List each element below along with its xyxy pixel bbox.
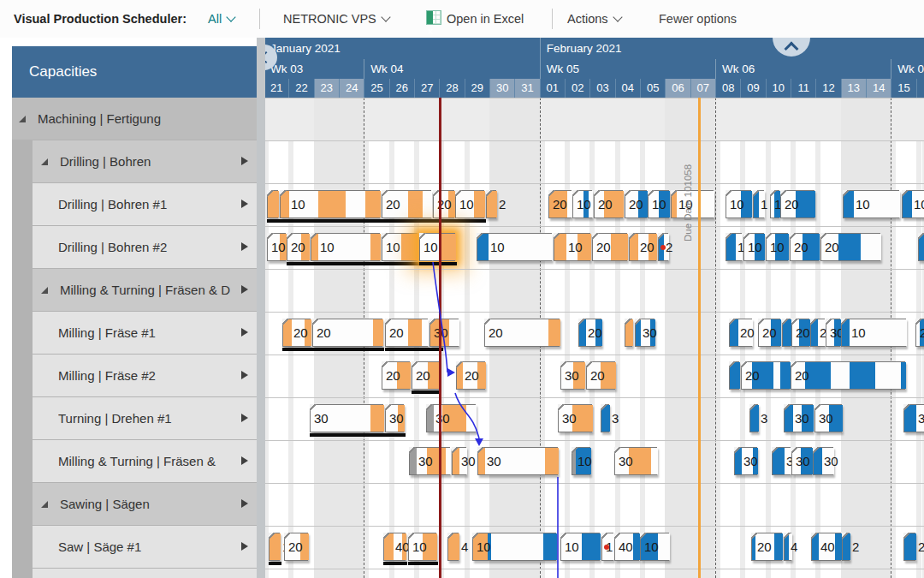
vertical-scrollbar[interactable] [257,38,265,578]
operation-bar[interactable]: 30 [734,447,757,475]
capacity-row[interactable]: Drilling | Bohren #1 [33,183,257,225]
operation-bar[interactable]: 20 [433,190,454,218]
capacity-group-row[interactable]: Sawing | Sägen [33,483,257,525]
open-row-arrow-icon[interactable] [241,242,248,251]
operation-bar[interactable]: 30 [477,447,558,475]
operation-bar[interactable]: 2 [842,533,850,561]
open-row-arrow-icon[interactable] [241,499,248,508]
operation-bar[interactable]: 10 [280,190,380,218]
operation-bar[interactable]: 1 [269,533,280,561]
capacity-row[interactable]: Milling | Fräse #2 [33,355,257,396]
resource-row[interactable]: 10201010101010202021101020201 [265,226,924,269]
operation-bar[interactable]: 20 [729,319,752,347]
operation-bar[interactable]: 30 [635,319,654,347]
operation-bar[interactable]: 30 [385,404,404,432]
operation-bar[interactable]: 20 [412,361,439,390]
operation-bar[interactable]: 10 [572,447,590,475]
operation-bar[interactable]: 20 [751,533,782,561]
operation-bar[interactable]: 10 [572,190,592,218]
resource-row[interactable]: 3030303033303030 [265,397,924,440]
operation-bar[interactable]: 4 [784,533,791,561]
operation-bar[interactable]: 30 [429,319,459,347]
operation-bar[interactable]: 30 [409,447,450,475]
tree-expanded-icon[interactable] [41,287,48,294]
operation-bar[interactable]: 10 [766,233,788,261]
operation-bar[interactable]: 20 [382,361,410,390]
operation-bar[interactable]: 30 [814,404,842,432]
operation-bar[interactable]: 20 [758,319,780,347]
operation-bar[interactable]: 10 [419,233,455,261]
resource-row[interactable] [265,483,924,526]
operation-bar[interactable]: 30 [310,404,383,432]
operation-bar[interactable]: 20 [780,190,814,218]
operation-bar[interactable]: 20 [790,233,819,261]
operation-bar[interactable]: 20 [586,361,615,390]
capacity-row[interactable]: Milling & Turning | Fräsen & [33,440,257,482]
operation-bar[interactable]: 10 [843,190,899,218]
operation-bar[interactable]: 30 [813,447,833,475]
resource-row[interactable]: 11020201022010202010101011201010 [265,183,924,226]
operation-bar[interactable]: 20 [625,190,647,218]
capacity-group-row[interactable]: Machining | Fertigung [12,98,257,140]
open-row-arrow-icon[interactable] [241,414,248,422]
operation-bar[interactable]: 1 [918,233,924,261]
operation-bar[interactable]: 20 [791,319,809,347]
operation-bar[interactable]: 2 [486,190,496,218]
operation-bar[interactable]: 3 [601,404,609,432]
capacity-row[interactable]: Turning | Drehen #1 [33,397,257,439]
operation-bar[interactable]: 40 [614,533,639,561]
workcenter-group-row[interactable] [265,98,924,140]
operation-bar[interactable]: 10 [472,533,556,561]
operation-bar[interactable]: 20 [791,361,905,390]
resource-row[interactable] [265,140,924,183]
operation-bar[interactable]: 2 [729,361,739,390]
operation-bar[interactable]: 20 [592,233,627,261]
operation-bar[interactable]: 2 [782,319,791,347]
operation-bar[interactable]: 30 [791,447,812,475]
capacity-row[interactable]: Drilling | Bohren #2 [33,226,257,268]
open-row-arrow-icon[interactable] [241,328,248,337]
operation-bar[interactable]: 2 [903,533,915,561]
operation-bar[interactable]: 10 [560,533,600,561]
operation-bar[interactable]: 20 [548,190,572,218]
operation-bar[interactable]: 10 [382,233,418,261]
operation-bar[interactable]: 10 [640,533,669,561]
operation-bar[interactable]: 30 [826,319,840,347]
operation-bar[interactable]: 30 [903,404,924,432]
operation-bar[interactable]: 1 [726,233,742,261]
resource-row[interactable] [265,569,924,578]
operation-bar[interactable]: 20 [820,233,880,261]
operation-bar[interactable]: 20 [594,190,623,218]
operation-bar[interactable]: 10 [267,233,286,261]
operation-bar[interactable]: 10 [554,233,590,261]
operation-bar[interactable]: 20 [629,233,656,261]
operation-bar[interactable]: 20 [287,233,309,261]
operation-bar[interactable]: 3 [625,319,632,347]
operation-bar[interactable]: 20 [810,319,825,347]
operation-bar[interactable]: 10 [726,190,751,218]
operation-bar[interactable]: 4 [447,533,459,561]
operation-bar[interactable]: 1 [267,190,278,218]
open-row-arrow-icon[interactable] [241,371,248,379]
resource-row[interactable]: 20202030202033020202202030102 [265,312,924,355]
operation-bar[interactable]: 10 [477,233,552,261]
capacity-row[interactable] [33,569,257,578]
resource-row[interactable]: 120401041010140102044022 [265,526,924,569]
operation-bar[interactable]: 10 [902,190,924,218]
operation-bar[interactable]: 30 [772,447,791,475]
operation-bar[interactable]: 10 [648,190,669,218]
open-row-arrow-icon[interactable] [241,157,248,165]
operation-bar[interactable]: 20 [456,361,485,390]
resource-row[interactable] [265,269,924,312]
open-row-arrow-icon[interactable] [241,542,248,551]
open-row-arrow-icon[interactable] [241,285,248,294]
operation-bar[interactable]: 30 [560,361,584,390]
operation-bar[interactable]: 30 [614,447,657,475]
resource-row[interactable]: 303030103030303030 [265,440,924,483]
operation-bar[interactable]: 40 [811,533,841,561]
operation-bar[interactable]: 2 [915,319,924,347]
open-row-arrow-icon[interactable] [241,456,248,465]
operation-bar[interactable]: 10 [841,319,906,347]
open-in-excel-button[interactable]: Open in Excel [426,0,524,38]
operation-bar[interactable]: 30 [426,404,476,432]
